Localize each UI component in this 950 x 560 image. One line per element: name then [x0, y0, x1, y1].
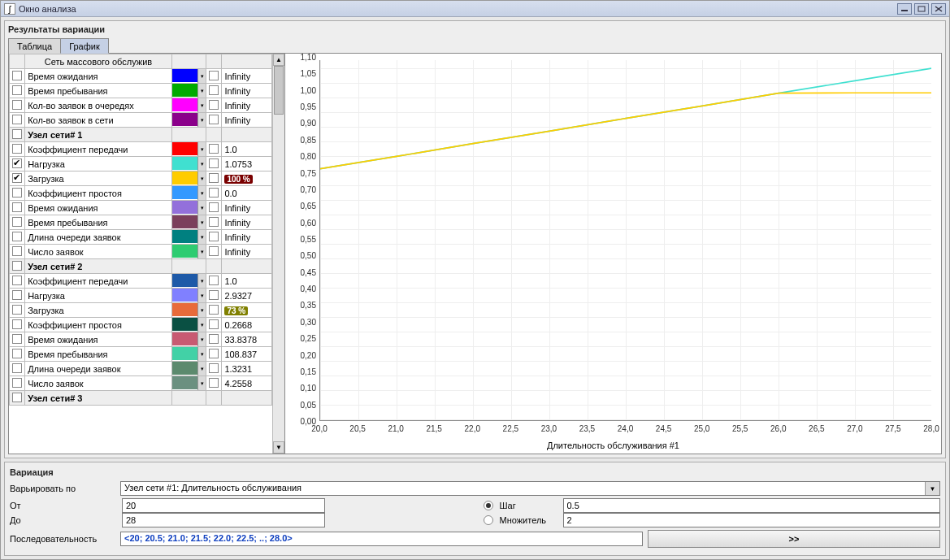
table-row[interactable]: Длина очереди заявок▾1.3231 — [10, 362, 272, 376]
row-secondary-checkbox[interactable] — [209, 349, 219, 358]
row-plot-checkbox[interactable] — [12, 363, 22, 373]
color-swatch[interactable] — [172, 201, 198, 214]
row-secondary-checkbox[interactable] — [209, 378, 219, 388]
to-input[interactable] — [122, 513, 325, 527]
color-swatch[interactable] — [172, 69, 198, 82]
section-checkbox[interactable] — [12, 393, 22, 402]
color-dropdown-icon[interactable]: ▾ — [197, 332, 206, 346]
row-plot-checkbox[interactable] — [12, 305, 22, 315]
row-secondary-checkbox[interactable] — [209, 217, 219, 227]
tab-table[interactable]: Таблица — [8, 38, 61, 54]
row-plot-checkbox[interactable] — [12, 144, 22, 154]
header-color-col[interactable] — [171, 54, 206, 69]
row-secondary-checkbox[interactable] — [209, 202, 219, 212]
table-row[interactable]: Длина очереди заявок▾Infinity — [10, 230, 272, 245]
row-plot-checkbox[interactable] — [12, 188, 22, 198]
color-swatch[interactable] — [172, 245, 198, 258]
table-row[interactable]: Время ожидания▾33.8378 — [10, 332, 272, 347]
row-secondary-checkbox[interactable] — [209, 290, 219, 300]
combo-dropdown-icon[interactable]: ▼ — [925, 482, 939, 495]
color-dropdown-icon[interactable]: ▾ — [197, 289, 206, 302]
color-dropdown-icon[interactable]: ▾ — [197, 303, 206, 317]
table-row[interactable]: Нагрузка▾1.0753 — [10, 157, 272, 171]
chart-plot-area[interactable] — [319, 60, 931, 421]
row-secondary-checkbox[interactable] — [209, 173, 219, 183]
mult-input[interactable] — [563, 513, 941, 527]
row-plot-checkbox[interactable] — [12, 217, 22, 227]
color-swatch[interactable] — [172, 98, 198, 111]
minimize-button[interactable] — [897, 3, 912, 15]
table-row[interactable]: Загрузка▾73 % — [10, 303, 272, 318]
row-plot-checkbox[interactable] — [12, 85, 22, 95]
color-dropdown-icon[interactable]: ▾ — [197, 142, 206, 156]
color-dropdown-icon[interactable]: ▾ — [197, 186, 206, 200]
color-swatch[interactable] — [172, 362, 198, 375]
section-checkbox[interactable] — [12, 129, 22, 139]
color-swatch[interactable] — [172, 171, 198, 184]
mult-radio[interactable] — [484, 515, 493, 525]
color-dropdown-icon[interactable]: ▾ — [197, 98, 206, 112]
vary-by-combo[interactable]: Узел сети #1: Длительность обслуживания … — [120, 481, 940, 496]
color-swatch[interactable] — [172, 376, 198, 389]
color-dropdown-icon[interactable]: ▾ — [197, 245, 206, 258]
color-dropdown-icon[interactable]: ▾ — [197, 69, 206, 83]
color-dropdown-icon[interactable]: ▾ — [197, 157, 206, 171]
from-input[interactable] — [122, 498, 325, 513]
row-secondary-checkbox[interactable] — [209, 85, 219, 95]
color-swatch[interactable] — [172, 157, 198, 170]
color-dropdown-icon[interactable]: ▾ — [197, 215, 206, 229]
scroll-down-button[interactable]: ▼ — [273, 441, 284, 454]
table-row[interactable]: Время ожидания▾Infinity — [10, 201, 272, 215]
table-row[interactable]: Коэффициент передачи▾1.0 — [10, 142, 272, 157]
color-dropdown-icon[interactable]: ▾ — [197, 201, 206, 215]
row-secondary-checkbox[interactable] — [209, 363, 219, 373]
color-dropdown-icon[interactable]: ▾ — [197, 84, 206, 98]
row-plot-checkbox[interactable] — [12, 158, 22, 168]
color-dropdown-icon[interactable]: ▾ — [197, 347, 206, 361]
table-row[interactable]: Нагрузка▾2.9327 — [10, 289, 272, 303]
table-row[interactable]: Время пребывания▾Infinity — [10, 84, 272, 98]
header-check-col[interactable] — [10, 54, 25, 69]
section-checkbox[interactable] — [12, 261, 22, 271]
table-row[interactable]: Загрузка▾100 % — [10, 171, 272, 186]
table-row[interactable]: Время пребывания▾Infinity — [10, 215, 272, 230]
color-swatch[interactable] — [172, 274, 198, 287]
row-secondary-checkbox[interactable] — [209, 334, 219, 344]
row-secondary-checkbox[interactable] — [209, 305, 219, 315]
color-swatch[interactable] — [172, 332, 198, 345]
color-dropdown-icon[interactable]: ▾ — [197, 230, 206, 244]
color-swatch[interactable] — [172, 142, 198, 155]
row-plot-checkbox[interactable] — [12, 290, 22, 300]
step-input[interactable] — [563, 498, 941, 513]
table-row[interactable]: Кол-во заявок в сети▾Infinity — [10, 113, 272, 128]
color-swatch[interactable] — [172, 186, 198, 199]
row-plot-checkbox[interactable] — [12, 246, 22, 256]
header-check2-col[interactable] — [206, 54, 222, 69]
color-dropdown-icon[interactable]: ▾ — [197, 113, 206, 127]
row-secondary-checkbox[interactable] — [209, 232, 219, 241]
scroll-thumb[interactable] — [274, 66, 284, 115]
row-plot-checkbox[interactable] — [12, 319, 22, 329]
color-dropdown-icon[interactable]: ▾ — [197, 362, 206, 376]
table-row[interactable]: Кол-во заявок в очередях▾Infinity — [10, 98, 272, 113]
color-swatch[interactable] — [172, 318, 198, 331]
table-row[interactable]: Число заявок▾Infinity — [10, 245, 272, 259]
run-button[interactable]: >> — [648, 530, 940, 548]
table-scrollbar[interactable]: ▲ ▼ — [272, 54, 284, 454]
table-row[interactable]: Коэффициент простоя▾0.2668 — [10, 318, 272, 332]
row-plot-checkbox[interactable] — [12, 173, 22, 183]
row-plot-checkbox[interactable] — [12, 71, 22, 80]
table-row[interactable]: Время ожидания▾Infinity — [10, 69, 272, 84]
row-plot-checkbox[interactable] — [12, 378, 22, 388]
color-swatch[interactable] — [172, 113, 198, 126]
color-swatch[interactable] — [172, 303, 198, 316]
color-swatch[interactable] — [172, 230, 198, 243]
scroll-up-button[interactable]: ▲ — [273, 54, 284, 66]
row-secondary-checkbox[interactable] — [209, 276, 219, 285]
row-secondary-checkbox[interactable] — [209, 100, 219, 110]
tab-chart[interactable]: График — [60, 38, 109, 54]
color-swatch[interactable] — [172, 215, 198, 228]
color-dropdown-icon[interactable]: ▾ — [197, 318, 206, 332]
row-plot-checkbox[interactable] — [12, 100, 22, 110]
row-plot-checkbox[interactable] — [12, 202, 22, 212]
